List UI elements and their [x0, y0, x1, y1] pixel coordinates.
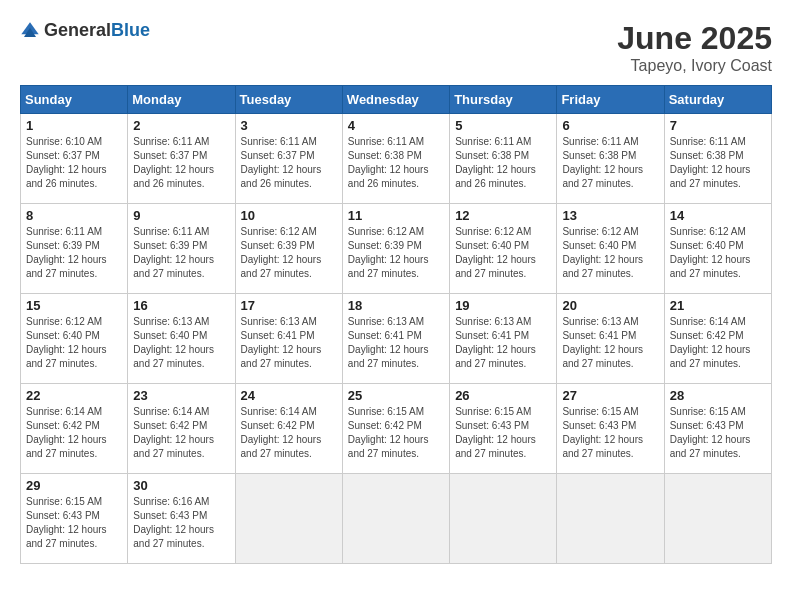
- day-info: Sunrise: 6:15 AMSunset: 6:43 PMDaylight:…: [455, 406, 536, 459]
- calendar-cell: 18Sunrise: 6:13 AMSunset: 6:41 PMDayligh…: [342, 294, 449, 384]
- calendar-cell: 23Sunrise: 6:14 AMSunset: 6:42 PMDayligh…: [128, 384, 235, 474]
- day-number: 29: [26, 478, 122, 493]
- day-info: Sunrise: 6:13 AMSunset: 6:41 PMDaylight:…: [348, 316, 429, 369]
- day-info: Sunrise: 6:12 AMSunset: 6:40 PMDaylight:…: [455, 226, 536, 279]
- calendar-table: Sunday Monday Tuesday Wednesday Thursday…: [20, 85, 772, 564]
- day-info: Sunrise: 6:13 AMSunset: 6:41 PMDaylight:…: [455, 316, 536, 369]
- day-info: Sunrise: 6:15 AMSunset: 6:42 PMDaylight:…: [348, 406, 429, 459]
- day-number: 24: [241, 388, 337, 403]
- header-sunday: Sunday: [21, 86, 128, 114]
- day-info: Sunrise: 6:15 AMSunset: 6:43 PMDaylight:…: [562, 406, 643, 459]
- day-info: Sunrise: 6:11 AMSunset: 6:39 PMDaylight:…: [133, 226, 214, 279]
- day-number: 28: [670, 388, 766, 403]
- day-info: Sunrise: 6:14 AMSunset: 6:42 PMDaylight:…: [26, 406, 107, 459]
- calendar-cell: 27Sunrise: 6:15 AMSunset: 6:43 PMDayligh…: [557, 384, 664, 474]
- day-number: 25: [348, 388, 444, 403]
- calendar-cell: 11Sunrise: 6:12 AMSunset: 6:39 PMDayligh…: [342, 204, 449, 294]
- day-number: 26: [455, 388, 551, 403]
- calendar-cell: 30Sunrise: 6:16 AMSunset: 6:43 PMDayligh…: [128, 474, 235, 564]
- day-number: 22: [26, 388, 122, 403]
- day-number: 3: [241, 118, 337, 133]
- calendar-week-3: 15Sunrise: 6:12 AMSunset: 6:40 PMDayligh…: [21, 294, 772, 384]
- day-info: Sunrise: 6:14 AMSunset: 6:42 PMDaylight:…: [670, 316, 751, 369]
- day-info: Sunrise: 6:12 AMSunset: 6:39 PMDaylight:…: [348, 226, 429, 279]
- calendar-cell: 25Sunrise: 6:15 AMSunset: 6:42 PMDayligh…: [342, 384, 449, 474]
- day-number: 19: [455, 298, 551, 313]
- calendar-cell: 8Sunrise: 6:11 AMSunset: 6:39 PMDaylight…: [21, 204, 128, 294]
- calendar-cell: [450, 474, 557, 564]
- calendar-cell: 5Sunrise: 6:11 AMSunset: 6:38 PMDaylight…: [450, 114, 557, 204]
- day-number: 7: [670, 118, 766, 133]
- day-number: 30: [133, 478, 229, 493]
- day-number: 21: [670, 298, 766, 313]
- day-info: Sunrise: 6:11 AMSunset: 6:38 PMDaylight:…: [670, 136, 751, 189]
- calendar-cell: 16Sunrise: 6:13 AMSunset: 6:40 PMDayligh…: [128, 294, 235, 384]
- calendar-cell: [557, 474, 664, 564]
- calendar-cell: 3Sunrise: 6:11 AMSunset: 6:37 PMDaylight…: [235, 114, 342, 204]
- day-info: Sunrise: 6:11 AMSunset: 6:38 PMDaylight:…: [455, 136, 536, 189]
- day-number: 16: [133, 298, 229, 313]
- header-monday: Monday: [128, 86, 235, 114]
- calendar-cell: 6Sunrise: 6:11 AMSunset: 6:38 PMDaylight…: [557, 114, 664, 204]
- day-info: Sunrise: 6:11 AMSunset: 6:38 PMDaylight:…: [562, 136, 643, 189]
- calendar-cell: 24Sunrise: 6:14 AMSunset: 6:42 PMDayligh…: [235, 384, 342, 474]
- day-info: Sunrise: 6:12 AMSunset: 6:40 PMDaylight:…: [26, 316, 107, 369]
- day-info: Sunrise: 6:15 AMSunset: 6:43 PMDaylight:…: [26, 496, 107, 549]
- day-number: 8: [26, 208, 122, 223]
- day-number: 4: [348, 118, 444, 133]
- calendar-cell: 9Sunrise: 6:11 AMSunset: 6:39 PMDaylight…: [128, 204, 235, 294]
- header-tuesday: Tuesday: [235, 86, 342, 114]
- day-info: Sunrise: 6:11 AMSunset: 6:37 PMDaylight:…: [241, 136, 322, 189]
- calendar-header-row: Sunday Monday Tuesday Wednesday Thursday…: [21, 86, 772, 114]
- calendar-cell: 21Sunrise: 6:14 AMSunset: 6:42 PMDayligh…: [664, 294, 771, 384]
- header-wednesday: Wednesday: [342, 86, 449, 114]
- day-number: 15: [26, 298, 122, 313]
- calendar-cell: [235, 474, 342, 564]
- day-info: Sunrise: 6:10 AMSunset: 6:37 PMDaylight:…: [26, 136, 107, 189]
- calendar-cell: 19Sunrise: 6:13 AMSunset: 6:41 PMDayligh…: [450, 294, 557, 384]
- calendar-cell: 7Sunrise: 6:11 AMSunset: 6:38 PMDaylight…: [664, 114, 771, 204]
- logo-icon: [20, 21, 40, 41]
- day-number: 12: [455, 208, 551, 223]
- calendar-title: June 2025: [617, 20, 772, 57]
- page-header: GeneralBlue June 2025 Tapeyo, Ivory Coas…: [20, 20, 772, 75]
- day-number: 18: [348, 298, 444, 313]
- calendar-cell: 2Sunrise: 6:11 AMSunset: 6:37 PMDaylight…: [128, 114, 235, 204]
- day-info: Sunrise: 6:13 AMSunset: 6:40 PMDaylight:…: [133, 316, 214, 369]
- day-info: Sunrise: 6:12 AMSunset: 6:40 PMDaylight:…: [562, 226, 643, 279]
- header-friday: Friday: [557, 86, 664, 114]
- day-info: Sunrise: 6:15 AMSunset: 6:43 PMDaylight:…: [670, 406, 751, 459]
- calendar-cell: 13Sunrise: 6:12 AMSunset: 6:40 PMDayligh…: [557, 204, 664, 294]
- day-number: 6: [562, 118, 658, 133]
- day-info: Sunrise: 6:12 AMSunset: 6:40 PMDaylight:…: [670, 226, 751, 279]
- calendar-cell: 14Sunrise: 6:12 AMSunset: 6:40 PMDayligh…: [664, 204, 771, 294]
- calendar-cell: 20Sunrise: 6:13 AMSunset: 6:41 PMDayligh…: [557, 294, 664, 384]
- calendar-body: 1Sunrise: 6:10 AMSunset: 6:37 PMDaylight…: [21, 114, 772, 564]
- calendar-cell: 26Sunrise: 6:15 AMSunset: 6:43 PMDayligh…: [450, 384, 557, 474]
- logo: GeneralBlue: [20, 20, 150, 41]
- calendar-cell: 15Sunrise: 6:12 AMSunset: 6:40 PMDayligh…: [21, 294, 128, 384]
- title-area: June 2025 Tapeyo, Ivory Coast: [617, 20, 772, 75]
- calendar-week-4: 22Sunrise: 6:14 AMSunset: 6:42 PMDayligh…: [21, 384, 772, 474]
- calendar-cell: [664, 474, 771, 564]
- logo-text-blue: Blue: [111, 20, 150, 40]
- day-number: 9: [133, 208, 229, 223]
- day-number: 13: [562, 208, 658, 223]
- calendar-cell: [342, 474, 449, 564]
- calendar-cell: 29Sunrise: 6:15 AMSunset: 6:43 PMDayligh…: [21, 474, 128, 564]
- day-number: 20: [562, 298, 658, 313]
- day-info: Sunrise: 6:14 AMSunset: 6:42 PMDaylight:…: [133, 406, 214, 459]
- day-number: 1: [26, 118, 122, 133]
- calendar-cell: 28Sunrise: 6:15 AMSunset: 6:43 PMDayligh…: [664, 384, 771, 474]
- day-number: 2: [133, 118, 229, 133]
- day-number: 23: [133, 388, 229, 403]
- day-info: Sunrise: 6:11 AMSunset: 6:38 PMDaylight:…: [348, 136, 429, 189]
- calendar-week-2: 8Sunrise: 6:11 AMSunset: 6:39 PMDaylight…: [21, 204, 772, 294]
- calendar-subtitle: Tapeyo, Ivory Coast: [617, 57, 772, 75]
- calendar-cell: 17Sunrise: 6:13 AMSunset: 6:41 PMDayligh…: [235, 294, 342, 384]
- calendar-week-5: 29Sunrise: 6:15 AMSunset: 6:43 PMDayligh…: [21, 474, 772, 564]
- day-info: Sunrise: 6:11 AMSunset: 6:39 PMDaylight:…: [26, 226, 107, 279]
- day-number: 5: [455, 118, 551, 133]
- day-info: Sunrise: 6:13 AMSunset: 6:41 PMDaylight:…: [241, 316, 322, 369]
- calendar-week-1: 1Sunrise: 6:10 AMSunset: 6:37 PMDaylight…: [21, 114, 772, 204]
